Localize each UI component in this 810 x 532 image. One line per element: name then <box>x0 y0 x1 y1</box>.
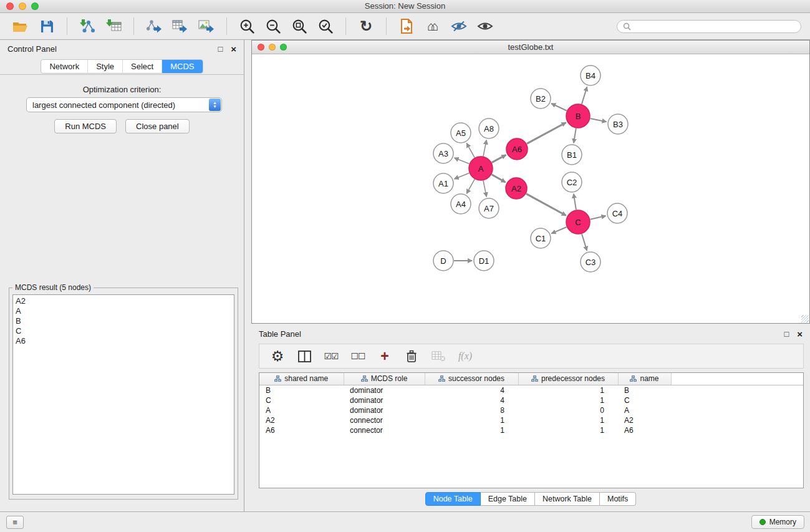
tab-motifs[interactable]: Motifs <box>600 492 636 506</box>
hide-selected-button[interactable] <box>447 16 471 37</box>
table-cell[interactable]: 0 <box>518 405 618 415</box>
graph-edge-A-A2[interactable] <box>491 175 505 182</box>
network-canvas[interactable]: B4B2BB3A5A8A6B1A3AA1C2A2A4A7C4CC1C3DD1 <box>252 54 809 323</box>
optimization-criterion-select[interactable]: largest connected component (directed) ▲… <box>26 97 222 112</box>
mcds-result-item[interactable]: A2 <box>16 296 231 306</box>
graph-edge-A-A1[interactable] <box>455 173 470 179</box>
table-cell[interactable]: A <box>259 405 344 415</box>
tab-edge-table[interactable]: Edge Table <box>481 492 535 506</box>
delete-column-button[interactable] <box>403 346 420 366</box>
graph-edge-C-C1[interactable] <box>551 227 566 233</box>
network-window-titlebar[interactable]: testGlobe.txt <box>252 41 809 54</box>
minimize-window-button[interactable] <box>19 2 26 10</box>
float-panel-icon[interactable]: □ <box>218 44 223 54</box>
maximize-network-button[interactable] <box>280 44 287 51</box>
network-resize-grip[interactable] <box>801 315 809 322</box>
table-cell[interactable]: A2 <box>259 415 344 425</box>
table-cell[interactable]: dominator <box>344 405 425 415</box>
table-cell[interactable]: A6 <box>259 425 344 435</box>
open-session-button[interactable] <box>9 16 32 37</box>
graph-edge-A-A7[interactable] <box>483 181 486 197</box>
table-cell[interactable]: 1 <box>518 415 618 425</box>
close-table-panel-icon[interactable]: × <box>797 329 803 339</box>
table-cell[interactable]: connector <box>344 415 425 425</box>
column-header-successor-nodes[interactable]: successor nodes <box>425 373 518 385</box>
graph-edge-A2-C[interactable] <box>526 194 566 216</box>
zoom-fit-button[interactable] <box>287 16 311 37</box>
graph-edge-A-A8[interactable] <box>483 140 486 157</box>
table-cell[interactable]: B <box>618 385 671 395</box>
function-builder-button[interactable]: f(x) <box>457 346 473 366</box>
show-all-button[interactable] <box>473 16 497 37</box>
column-header-predecessor-nodes[interactable]: predecessor nodes <box>518 373 618 385</box>
panel-menu-button[interactable]: ≡ <box>6 516 24 529</box>
search-input[interactable] <box>634 22 795 31</box>
table-row[interactable]: Cdominator41C <box>259 395 803 405</box>
mcds-result-item[interactable]: C <box>16 326 231 336</box>
add-column-button[interactable]: + <box>377 346 393 366</box>
graph-edge-A6-B[interactable] <box>527 123 566 144</box>
table-cell[interactable]: 4 <box>425 385 518 395</box>
save-session-button[interactable] <box>35 16 59 37</box>
table-cell[interactable]: dominator <box>344 385 425 395</box>
table-cell[interactable]: B <box>259 385 344 395</box>
table-cell[interactable]: connector <box>344 425 425 435</box>
graph-edge-B-B4[interactable] <box>582 87 587 104</box>
float-table-panel-icon[interactable]: □ <box>784 329 789 339</box>
refresh-view-button[interactable]: ↻ <box>354 16 378 37</box>
minimize-network-button[interactable] <box>269 44 276 51</box>
zoom-in-button[interactable] <box>235 16 259 37</box>
table-cell[interactable]: A6 <box>618 425 671 435</box>
tab-select[interactable]: Select <box>123 60 162 73</box>
mcds-result-item[interactable]: B <box>16 316 231 326</box>
table-cell[interactable]: 1 <box>425 415 518 425</box>
delete-table-button[interactable] <box>430 346 446 366</box>
table-cell[interactable]: A <box>618 405 671 415</box>
mcds-result-item[interactable]: A <box>16 306 231 316</box>
fullscreen-window-button[interactable] <box>31 2 39 10</box>
column-header-name[interactable]: name <box>618 373 671 385</box>
graph-edge-C-C2[interactable] <box>574 194 576 210</box>
close-panel-button[interactable]: Close panel <box>125 119 190 133</box>
table-cell[interactable]: C <box>259 395 344 405</box>
close-network-button[interactable] <box>258 44 264 51</box>
select-all-rows-button[interactable]: ☑☑ <box>323 346 339 366</box>
table-row[interactable]: Bdominator41B <box>259 385 803 395</box>
export-network-button[interactable] <box>142 16 166 37</box>
close-window-button[interactable] <box>6 2 14 10</box>
tab-network-table[interactable]: Network Table <box>535 492 600 506</box>
graph-edge-B-B3[interactable] <box>591 118 607 122</box>
close-panel-icon[interactable]: × <box>231 44 236 54</box>
graph-edge-A-A6[interactable] <box>492 155 506 162</box>
table-cell[interactable]: 1 <box>518 425 618 435</box>
table-cell[interactable]: 1 <box>425 425 518 435</box>
zoom-out-button[interactable] <box>261 16 285 37</box>
graph-edge-B-B1[interactable] <box>574 128 576 143</box>
table-cell[interactable]: 4 <box>425 395 518 405</box>
table-cell[interactable]: 1 <box>518 395 618 405</box>
run-mcds-button[interactable]: Run MCDS <box>54 119 117 133</box>
export-image-button[interactable] <box>195 16 218 37</box>
tab-network[interactable]: Network <box>41 60 88 73</box>
tab-node-table[interactable]: Node Table <box>425 492 481 506</box>
home-view-button[interactable]: ⌂⌂ <box>421 16 445 37</box>
import-table-button[interactable] <box>102 16 125 37</box>
deselect-all-rows-button[interactable]: ☐☐ <box>350 346 366 366</box>
table-cell[interactable]: dominator <box>344 395 425 405</box>
graph-edge-A-A3[interactable] <box>455 158 470 164</box>
column-header-shared-name[interactable]: shared name <box>259 373 344 385</box>
graph-edge-A-A4[interactable] <box>466 179 475 193</box>
graph-edge-A-A5[interactable] <box>466 143 475 158</box>
table-row[interactable]: A6connector11A6 <box>259 425 803 435</box>
table-cell[interactable]: 1 <box>518 385 618 395</box>
toolbar-search[interactable] <box>617 20 801 33</box>
table-cell[interactable]: A2 <box>618 415 671 425</box>
show-columns-button[interactable] <box>296 346 312 366</box>
graph-edge-B-B2[interactable] <box>551 104 567 111</box>
open-network-file-button[interactable] <box>395 16 418 37</box>
mcds-result-item[interactable]: A6 <box>16 336 231 346</box>
mcds-result-list[interactable]: A2ABCA6 <box>12 294 234 495</box>
graph-edge-C-C4[interactable] <box>591 216 606 220</box>
column-header-mcds-role[interactable]: MCDS role <box>344 373 425 385</box>
table-cell[interactable]: C <box>618 395 671 405</box>
